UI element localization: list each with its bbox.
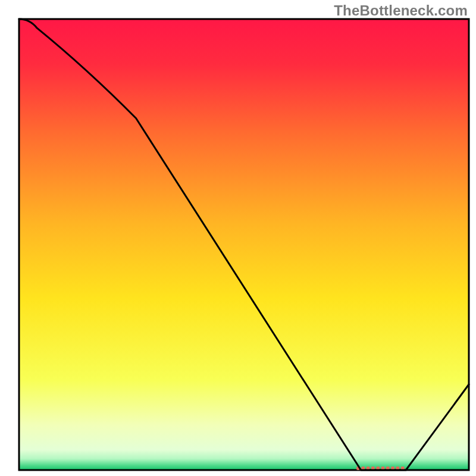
gradient-background [19, 19, 469, 470]
bottleneck-chart [0, 0, 476, 476]
watermark-text: TheBottleneck.com [334, 2, 468, 19]
chart-container: TheBottleneck.com [0, 0, 476, 476]
